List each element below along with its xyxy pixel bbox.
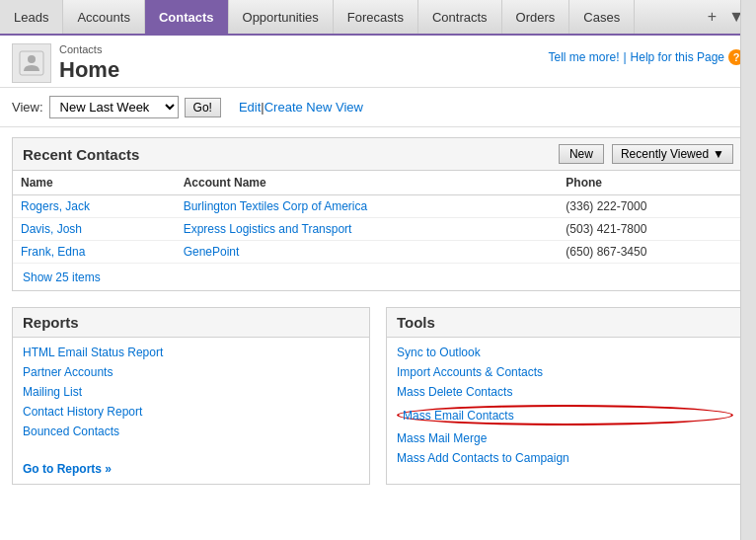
recent-contacts-section: Recent Contacts New Recently Viewed ▼ Na…	[12, 137, 744, 291]
mass-email-circled-indicator: Mass Email Contacts	[397, 405, 733, 425]
recently-viewed-label: Recently Viewed	[621, 147, 709, 161]
contacts-table: Name Account Name Phone Rogers, Jack Bur…	[13, 171, 743, 264]
goto-reports: Go to Reports »	[13, 454, 369, 484]
page-header-text: Contacts Home	[59, 43, 119, 83]
nav-item-contracts[interactable]: Contracts	[418, 0, 502, 34]
scrollbar[interactable]	[740, 0, 756, 495]
tool-link[interactable]: Mass Delete Contacts	[397, 385, 733, 399]
reports-content: HTML Email Status ReportPartner Accounts…	[13, 338, 369, 446]
nav-item-leads[interactable]: Leads	[0, 0, 63, 34]
tools-title: Tools	[387, 308, 743, 338]
contact-name-cell: Davis, Josh	[13, 218, 176, 241]
nav-item-contacts[interactable]: Contacts	[145, 0, 229, 34]
contact-phone-cell: (650) 867-3450	[558, 241, 743, 264]
contact-phone-cell: (336) 222-7000	[558, 195, 743, 218]
show-items-link[interactable]: Show 25 items	[23, 270, 101, 284]
page-header-right: Tell me more! | Help for this Page ?	[548, 43, 744, 65]
section-controls: New Recently Viewed ▼	[559, 144, 733, 164]
report-link[interactable]: Partner Accounts	[23, 365, 359, 379]
view-bar: View: New Last Week All Contacts My Cont…	[0, 88, 756, 127]
table-row: Rogers, Jack Burlington Textiles Corp of…	[13, 195, 743, 218]
nav-item-opportunities[interactable]: Opportunities	[229, 0, 334, 34]
breadcrumb: Contacts	[59, 43, 119, 55]
tool-link[interactable]: Mass Add Contacts to Campaign	[397, 451, 733, 465]
bottom-sections: Reports HTML Email Status ReportPartner …	[12, 307, 744, 485]
contact-account-cell: Express Logistics and Transport	[176, 218, 559, 241]
view-go-button[interactable]: Go!	[185, 98, 221, 117]
nav-add-icon[interactable]: +	[704, 8, 720, 26]
tools-section: Tools Sync to OutlookImport Accounts & C…	[386, 307, 744, 485]
recently-viewed-dropdown-icon: ▼	[713, 147, 724, 161]
new-contact-button[interactable]: New	[559, 144, 604, 164]
create-new-view-link[interactable]: Create New View	[265, 100, 363, 115]
view-label: View:	[12, 100, 43, 115]
contact-account-cell: GenePoint	[176, 241, 559, 264]
svg-point-1	[28, 55, 36, 63]
goto-reports-link[interactable]: Go to Reports »	[23, 462, 359, 476]
report-link[interactable]: HTML Email Status Report	[23, 346, 359, 359]
reports-section: Reports HTML Email Status ReportPartner …	[12, 307, 370, 485]
reports-title: Reports	[13, 308, 369, 338]
contact-name-cell: Frank, Edna	[13, 241, 176, 264]
table-row: Davis, Josh Express Logistics and Transp…	[13, 218, 743, 241]
report-link[interactable]: Contact History Report	[23, 405, 359, 419]
tell-me-more-link[interactable]: Tell me more!	[548, 50, 619, 64]
nav-item-accounts[interactable]: Accounts	[63, 0, 144, 34]
page-header-left: Contacts Home	[12, 43, 119, 83]
contact-account-link[interactable]: Express Logistics and Transport	[184, 222, 352, 236]
col-header-account: Account Name	[176, 171, 559, 195]
contact-name-cell: Rogers, Jack	[13, 195, 176, 218]
col-header-name: Name	[13, 171, 176, 195]
nav-item-orders[interactable]: Orders	[502, 0, 570, 34]
show-items: Show 25 items	[13, 264, 743, 290]
report-link[interactable]: Bounced Contacts	[23, 424, 359, 438]
contact-phone-cell: (503) 421-7800	[558, 218, 743, 241]
edit-view-link[interactable]: Edit	[239, 100, 261, 115]
recently-viewed-button[interactable]: Recently Viewed ▼	[612, 144, 733, 164]
main-content: Recent Contacts New Recently Viewed ▼ Na…	[0, 127, 756, 495]
report-link[interactable]: Mailing List	[23, 385, 359, 399]
contact-name-link[interactable]: Davis, Josh	[21, 222, 82, 236]
view-select[interactable]: New Last Week All Contacts My Contacts R…	[49, 96, 179, 118]
page-header: Contacts Home Tell me more! | Help for t…	[0, 36, 756, 88]
nav-item-forecasts[interactable]: Forecasts	[334, 0, 418, 34]
contact-name-link[interactable]: Frank, Edna	[21, 245, 85, 259]
page-title: Home	[59, 57, 119, 83]
tool-link[interactable]: Sync to Outlook	[397, 346, 733, 359]
recent-contacts-title: Recent Contacts	[23, 146, 139, 163]
help-link[interactable]: Help for this Page	[631, 50, 724, 64]
contact-name-link[interactable]: Rogers, Jack	[21, 199, 90, 213]
tool-link[interactable]: Mass Mail Merge	[397, 431, 733, 445]
header-separator: |	[623, 50, 626, 64]
contact-account-link[interactable]: Burlington Textiles Corp of America	[184, 199, 368, 213]
col-header-phone: Phone	[558, 171, 743, 195]
table-row: Frank, Edna GenePoint (650) 867-3450	[13, 241, 743, 264]
tools-content: Sync to OutlookImport Accounts & Contact…	[387, 338, 743, 473]
contact-account-link[interactable]: GenePoint	[184, 245, 240, 259]
contacts-icon	[12, 43, 51, 83]
recent-contacts-header: Recent Contacts New Recently Viewed ▼	[13, 138, 743, 171]
view-links: Edit|Create New View	[239, 100, 363, 115]
tool-link[interactable]: Import Accounts & Contacts	[397, 365, 733, 379]
nav-item-cases[interactable]: Cases	[569, 0, 635, 34]
nav-bar: Leads Accounts Contacts Opportunities Fo…	[0, 0, 756, 36]
contact-account-cell: Burlington Textiles Corp of America	[176, 195, 559, 218]
tool-link[interactable]: Mass Email Contacts	[403, 409, 514, 423]
